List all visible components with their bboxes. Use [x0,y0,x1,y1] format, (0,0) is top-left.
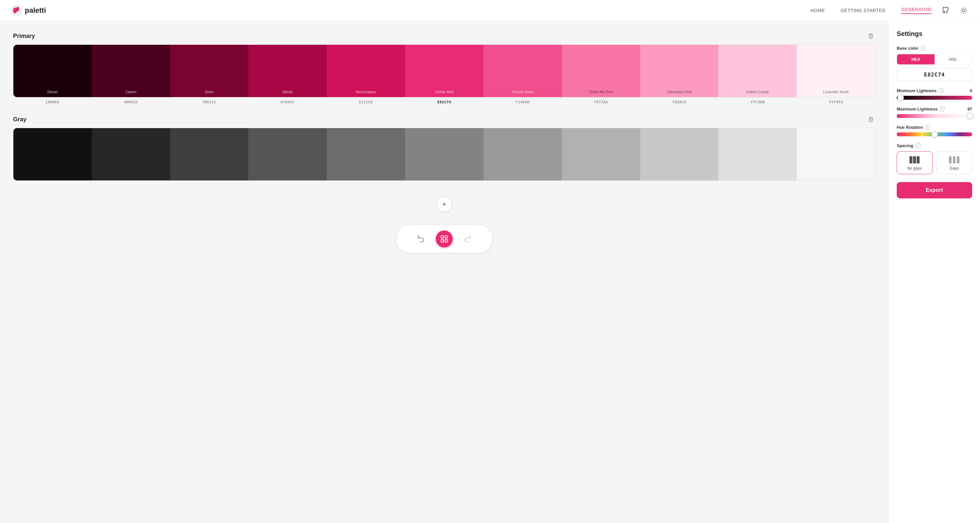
primary-swatch-4[interactable]: Razzmatazz [327,45,405,97]
spacing-info-icon[interactable]: i [915,143,921,148]
min-lightness-track[interactable] [897,96,972,100]
max-lightness-thumb[interactable] [967,113,973,119]
max-lightness-value: 97 [967,107,972,112]
spacing-label: Spacing i [897,143,972,148]
primary-swatch-10[interactable]: Lavender blush [797,45,875,97]
logo-text: paletti [25,6,46,15]
svg-rect-20 [953,156,956,163]
primary-delete-btn[interactable] [866,31,875,40]
settings-title: Settings [897,30,972,38]
primary-hex-cell-4: D1115A [327,100,405,104]
svg-rect-19 [949,156,951,163]
primary-hex-cell-7: F873A6 [562,100,640,104]
settings-panel: Settings Base color i HEX HSL Minimum Li… [889,21,980,523]
gaps-label: Gaps [950,166,959,171]
primary-hex-row: 1A000A4B001D7B0331A70845D1115AE82C74F14E… [13,100,875,104]
min-lightness-section: Minimum Lightness i 5 [897,88,972,100]
max-lightness-info-icon[interactable]: i [940,106,945,112]
grid-icon [440,235,449,243]
min-lightness-value: 5 [970,88,972,93]
hex-input[interactable] [897,68,972,81]
primary-swatch-7[interactable]: Tickle Me Pink [562,45,640,97]
hue-rotation-track[interactable] [897,132,972,136]
svg-rect-14 [441,239,444,242]
primary-swatch-8[interactable]: Carnation Pink [640,45,719,97]
nav-generator[interactable]: GENERATOR [901,7,931,14]
primary-hex-cell-3: A70845 [248,100,327,104]
primary-hex-cell-5: E82C74 [405,100,484,104]
header-icons [940,5,970,16]
primary-hex-cell-8: FD9AC0 [640,100,719,104]
primary-swatch-2[interactable]: Siren [170,45,248,97]
content-area: Primary DieselCastroSirenShirazRazzmataz… [0,21,889,523]
spacing-options: No gaps Gaps [897,151,972,174]
primary-swatch-1[interactable]: Castro [92,45,170,97]
min-lightness-header: Minimum Lightness i 5 [897,88,972,93]
max-lightness-track[interactable] [897,114,972,118]
primary-swatch-3[interactable]: Shiraz [248,45,327,97]
hue-rotation-section: Hue Rotation i [897,124,972,136]
generate-btn[interactable] [436,230,453,247]
svg-rect-18 [916,156,920,163]
gray-swatch-7[interactable] [562,128,640,180]
gray-swatch-6[interactable] [484,128,562,180]
svg-rect-16 [910,156,912,163]
gray-delete-btn[interactable] [866,115,875,124]
max-lightness-header: Maximum Lightness i 97 [897,106,972,112]
hue-rotation-info-icon[interactable]: i [925,124,930,130]
gaps-option[interactable]: Gaps [937,151,972,174]
hex-tab[interactable]: HEX [897,54,935,64]
redo-icon [464,235,472,243]
primary-section-header: Primary [13,31,875,40]
svg-rect-12 [441,236,444,238]
redo-btn[interactable] [459,230,476,247]
svg-rect-17 [913,156,916,163]
min-lightness-thumb[interactable] [897,94,904,101]
gray-swatch-0[interactable] [13,128,92,180]
github-icon-btn[interactable] [940,5,951,16]
logo-area: paletti [10,5,46,16]
gray-swatch-3[interactable] [248,128,327,180]
no-gaps-icon [910,156,920,163]
primary-swatch-5[interactable]: Cerise Red [405,45,484,97]
gray-swatch-5[interactable] [405,128,484,180]
logo-icon [10,5,22,16]
primary-swatch-6[interactable]: French Rose [484,45,562,97]
export-btn[interactable]: Export [897,182,972,198]
sun-icon [960,7,967,14]
gray-section-title: Gray [13,116,27,123]
gray-swatch-8[interactable] [640,128,719,180]
gray-swatch-2[interactable] [170,128,248,180]
nav-getting-started[interactable]: GETTING STARTED [840,8,886,13]
primary-swatch-0[interactable]: Diesel [13,45,92,97]
gray-swatch-4[interactable] [327,128,405,180]
primary-swatches-container: DieselCastroSirenShirazRazzmatazzCerise … [13,45,875,97]
primary-hex-cell-6: F14E8D [484,100,562,104]
gray-swatch-9[interactable] [718,128,797,180]
toolbar [396,225,492,253]
add-palette-btn[interactable]: + [436,196,452,212]
base-color-info-icon[interactable]: i [920,45,926,51]
svg-line-7 [966,12,966,13]
primary-hex-cell-0: 1A000A [13,100,91,104]
gray-swatch-1[interactable] [92,128,170,180]
gray-swatch-10[interactable] [797,128,875,180]
gray-palette-section: Gray [13,115,875,181]
header: paletti HOME GETTING STARTED GENERATOR [0,0,980,21]
gray-swatches-container [13,128,875,181]
theme-toggle-btn[interactable] [958,5,970,16]
main-layout: Primary DieselCastroSirenShirazRazzmataz… [0,21,980,523]
gaps-icon [949,156,959,163]
hsl-tab[interactable]: HSL [935,54,972,64]
max-lightness-section: Maximum Lightness i 97 [897,106,972,118]
hue-rotation-thumb[interactable] [931,131,938,138]
primary-hex-cell-1: 4B001D [91,100,170,104]
no-gaps-option[interactable]: No gaps [897,151,932,174]
github-icon [942,7,949,14]
nav-home[interactable]: HOME [810,8,825,13]
primary-section-title: Primary [13,33,35,40]
primary-swatch-9[interactable]: Cotton Candy [718,45,797,97]
undo-icon [417,235,425,243]
min-lightness-info-icon[interactable]: i [939,88,944,93]
undo-btn[interactable] [412,230,429,247]
